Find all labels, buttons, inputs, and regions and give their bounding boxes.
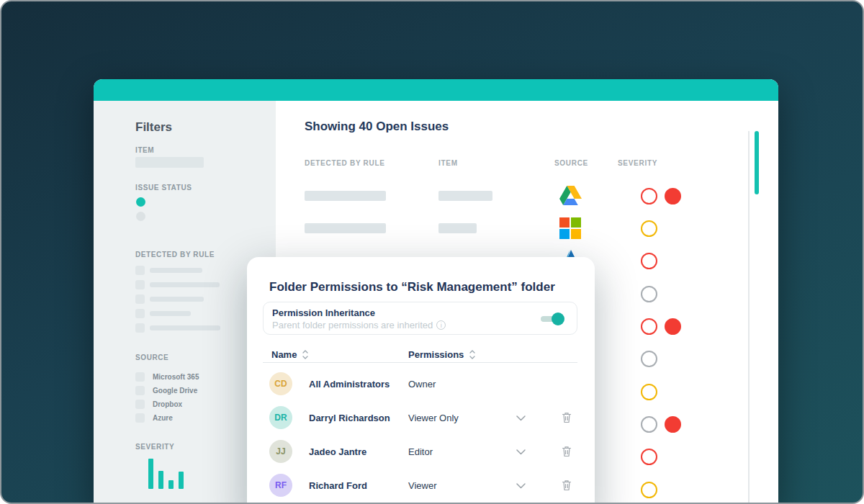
chevron-down-icon[interactable] bbox=[516, 483, 526, 489]
severity-yellow-outline-circle[interactable] bbox=[641, 384, 657, 400]
avatar-initials: RF bbox=[275, 480, 287, 490]
folder-permissions-modal: Folder Permissions to “Risk Management” … bbox=[247, 257, 595, 504]
severity-red-outline-circle[interactable] bbox=[641, 318, 657, 335]
column-header-detected-by-rule: DETECTED BY RULE bbox=[305, 159, 385, 167]
severity-bar bbox=[179, 472, 184, 489]
avatar-initials: JJ bbox=[276, 446, 285, 456]
modal-table-divider bbox=[263, 362, 577, 363]
chevron-down-icon[interactable] bbox=[516, 449, 526, 455]
avatar-initials: DR bbox=[274, 413, 287, 423]
modal-column-header-permissions[interactable]: Permissions bbox=[408, 349, 475, 360]
issues-count-title: Showing 40 Open Issues bbox=[305, 120, 449, 134]
severity-cell bbox=[641, 286, 657, 302]
severity-cell bbox=[641, 188, 681, 204]
severity-cell bbox=[641, 351, 657, 367]
issue-status-radio-unselected[interactable] bbox=[136, 212, 145, 221]
column-header-source: SOURCE bbox=[554, 159, 588, 167]
avatar: CD bbox=[269, 372, 292, 395]
rule-skeleton-cell bbox=[305, 191, 386, 201]
permission-inheritance-description: Parent folder permissions are inherited … bbox=[272, 320, 446, 330]
severity-red-outline-circle[interactable] bbox=[641, 188, 657, 204]
severity-yellow-outline-circle[interactable] bbox=[641, 220, 657, 237]
rule-skeleton-line bbox=[150, 325, 220, 330]
source-option-label[interactable]: Microsoft 365 bbox=[153, 372, 199, 382]
page-background: Filters ITEM ISSUE STATUS DETECTED BY RU… bbox=[0, 0, 864, 504]
severity-cell bbox=[641, 384, 657, 400]
column-header-item: ITEM bbox=[438, 159, 458, 167]
member-name: Richard Ford bbox=[309, 480, 367, 491]
microsoft-365-icon bbox=[559, 217, 581, 239]
item-filter-input[interactable] bbox=[135, 157, 204, 168]
name-header-text: Name bbox=[271, 349, 297, 360]
chevron-down-icon[interactable] bbox=[516, 415, 526, 421]
sort-icon[interactable] bbox=[469, 350, 475, 359]
item-skeleton-cell bbox=[438, 223, 477, 233]
severity-red-filled-circle[interactable] bbox=[665, 318, 681, 335]
rule-skeleton-cell bbox=[305, 223, 386, 233]
permission-value[interactable]: Viewer bbox=[408, 480, 437, 491]
column-header-severity: SEVERITY bbox=[618, 159, 657, 167]
rule-skeleton-line bbox=[150, 282, 220, 287]
rule-checkbox[interactable] bbox=[135, 294, 145, 304]
severity-cell bbox=[641, 416, 681, 433]
severity-red-filled-circle[interactable] bbox=[665, 188, 681, 204]
toggle-knob bbox=[552, 312, 564, 325]
permission-inheritance-card: Permission Inheritance Parent folder per… bbox=[263, 302, 577, 335]
severity-mini-bar-chart bbox=[148, 459, 184, 489]
rule-checkbox[interactable] bbox=[135, 280, 145, 289]
trash-icon[interactable] bbox=[562, 480, 572, 491]
source-option-label[interactable]: Dropbox bbox=[153, 400, 182, 409]
severity-red-outline-circle[interactable] bbox=[641, 449, 657, 465]
avatar-initials: CD bbox=[274, 379, 287, 389]
severity-bar bbox=[168, 480, 174, 489]
google-drive-icon bbox=[559, 186, 582, 205]
source-checkbox-microsoft-365[interactable] bbox=[135, 372, 145, 382]
permission-inheritance-toggle[interactable] bbox=[541, 316, 559, 322]
scrollbar-thumb[interactable] bbox=[755, 131, 759, 194]
window-accent-bar bbox=[94, 79, 778, 101]
sort-icon[interactable] bbox=[302, 350, 308, 359]
avatar: JJ bbox=[269, 440, 292, 463]
rule-skeleton-line bbox=[150, 268, 202, 273]
trash-icon[interactable] bbox=[562, 446, 572, 457]
severity-bar bbox=[148, 459, 153, 489]
info-icon[interactable]: i bbox=[436, 320, 446, 330]
rule-checkbox[interactable] bbox=[135, 266, 145, 275]
severity-label: SEVERITY bbox=[135, 443, 174, 451]
screenshot-canvas: Filters ITEM ISSUE STATUS DETECTED BY RU… bbox=[0, 0, 864, 504]
issue-status-label: ISSUE STATUS bbox=[135, 184, 192, 192]
severity-red-outline-circle[interactable] bbox=[641, 253, 657, 269]
trash-icon[interactable] bbox=[562, 412, 572, 423]
source-checkbox-azure[interactable] bbox=[135, 413, 145, 423]
severity-yellow-outline-circle[interactable] bbox=[641, 482, 657, 498]
source-option-label[interactable]: Google Drive bbox=[153, 386, 197, 395]
severity-red-filled-circle[interactable] bbox=[665, 416, 681, 433]
severity-cell bbox=[641, 220, 657, 237]
permission-value[interactable]: Viewer Only bbox=[408, 413, 459, 423]
severity-cell bbox=[641, 449, 657, 465]
filters-title: Filters bbox=[135, 120, 172, 135]
source-checkbox-google-drive[interactable] bbox=[135, 386, 145, 395]
source-option-label[interactable]: Azure bbox=[153, 413, 173, 423]
item-skeleton-cell bbox=[438, 191, 492, 201]
member-name: Darryl Richardson bbox=[309, 413, 390, 423]
severity-gray-outline-circle[interactable] bbox=[641, 286, 657, 302]
severity-cell bbox=[641, 482, 657, 498]
modal-column-header-name[interactable]: Name bbox=[271, 349, 308, 360]
source-label: SOURCE bbox=[135, 354, 168, 361]
severity-gray-outline-circle[interactable] bbox=[641, 416, 657, 433]
severity-gray-outline-circle[interactable] bbox=[641, 351, 657, 367]
rule-checkbox[interactable] bbox=[135, 323, 145, 333]
issue-status-radio-selected[interactable] bbox=[136, 197, 145, 207]
permission-value[interactable]: Editor bbox=[408, 446, 433, 457]
source-checkbox-dropbox[interactable] bbox=[135, 400, 145, 409]
avatar: RF bbox=[269, 474, 292, 497]
rule-checkbox[interactable] bbox=[135, 309, 145, 318]
rule-skeleton-line bbox=[150, 297, 204, 302]
permission-inheritance-description-text: Parent folder permissions are inherited bbox=[272, 320, 433, 330]
severity-cell bbox=[641, 318, 681, 335]
severity-cell bbox=[641, 253, 657, 269]
scroll-track bbox=[748, 131, 750, 504]
detected-by-rule-label: DETECTED BY RULE bbox=[135, 251, 215, 258]
item-filter-label: ITEM bbox=[135, 146, 154, 154]
